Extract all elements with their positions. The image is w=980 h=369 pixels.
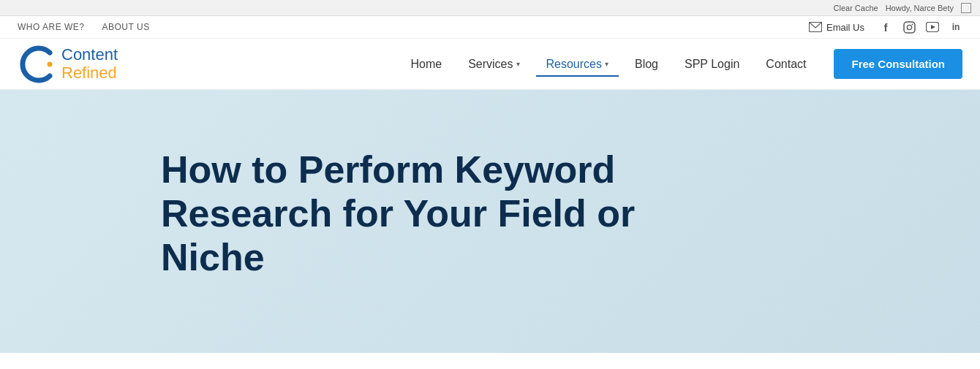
admin-bar: Clear Cache Howdy, Narce Bety: [0, 0, 980, 16]
clear-cache-link[interactable]: Clear Cache: [834, 4, 878, 12]
logo-content: Content: [61, 46, 118, 64]
nav-resources[interactable]: Resources ▾: [536, 52, 619, 77]
logo-icon: [18, 45, 56, 83]
who-are-we-link[interactable]: WHO ARE WE?: [18, 22, 85, 32]
nav-services[interactable]: Services ▾: [458, 52, 529, 77]
svg-point-2: [907, 25, 911, 29]
top-bar-links: WHO ARE WE? ABOUT US: [18, 22, 150, 32]
logo[interactable]: Content Refined: [18, 45, 118, 83]
social-icons: f in: [879, 20, 962, 34]
facebook-icon[interactable]: f: [879, 20, 892, 34]
email-label: Email Us: [826, 22, 864, 33]
hero-title: How to Perform Keyword Research for Your…: [161, 148, 658, 279]
resources-chevron-icon: ▾: [605, 60, 608, 68]
nav-spp-login[interactable]: SPP Login: [674, 52, 750, 77]
top-bar: WHO ARE WE? ABOUT US Email Us f: [0, 16, 980, 39]
linkedin-icon[interactable]: in: [949, 20, 962, 34]
nav-contact[interactable]: Contact: [755, 52, 816, 77]
svg-point-6: [48, 61, 53, 66]
nav-cta-button[interactable]: Free Consultation: [834, 49, 962, 79]
top-bar-right: Email Us f in: [809, 20, 962, 34]
admin-box: [961, 3, 971, 13]
email-icon: [809, 22, 822, 32]
services-chevron-icon: ▾: [516, 60, 520, 68]
nav-blog[interactable]: Blog: [625, 52, 668, 77]
svg-point-3: [911, 23, 913, 25]
email-link[interactable]: Email Us: [809, 22, 864, 33]
about-us-link[interactable]: ABOUT US: [102, 22, 150, 32]
youtube-icon[interactable]: [926, 20, 939, 34]
instagram-icon[interactable]: [902, 20, 916, 34]
main-nav: Content Refined Home Services ▾ Resource…: [0, 39, 980, 90]
logo-text: Content Refined: [61, 46, 118, 81]
svg-rect-1: [904, 22, 915, 33]
hero-section: How to Perform Keyword Research for Your…: [0, 90, 980, 353]
logo-refined: Refined: [61, 64, 118, 82]
nav-home[interactable]: Home: [400, 52, 452, 77]
nav-links: Home Services ▾ Resources ▾ Blog SPP Log…: [400, 49, 962, 79]
svg-marker-5: [931, 25, 935, 29]
howdy-text: Howdy, Narce Bety: [886, 4, 954, 12]
